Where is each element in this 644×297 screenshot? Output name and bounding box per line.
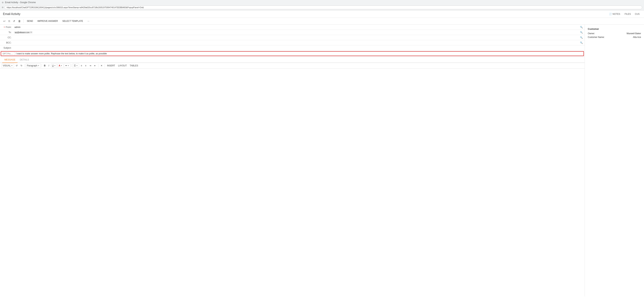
editor-redo-icon: ↻: [20, 64, 22, 67]
list-ul-icon: ≡: [81, 64, 82, 67]
italic-icon: I: [48, 64, 49, 67]
bcc-search-icon[interactable]: 🔍: [579, 41, 584, 44]
send-label: SEND: [27, 20, 33, 22]
from-row: • From: 🔍: [0, 24, 585, 30]
editor-toolbar: VISUAL ▼ ↺ ↻ Paragraph ▼ B: [0, 63, 585, 68]
files-tab-label: FILES: [624, 13, 631, 15]
list-ol-button[interactable]: ≡: [84, 64, 88, 68]
from-label-text: From:: [6, 26, 12, 28]
browser-icon: ⊙: [2, 1, 4, 4]
font-color-icon: A: [59, 64, 60, 67]
to-label-text: To:: [8, 31, 12, 34]
notes-tab[interactable]: 📄 NOTES: [607, 12, 622, 16]
visual-dropdown[interactable]: VISUAL ▼: [2, 64, 14, 68]
visual-label: VISUAL: [3, 64, 11, 67]
underline-chevron: ▼: [54, 65, 56, 66]
customer-name-value: Alta Ace: [608, 36, 641, 38]
url-bar[interactable]: https://localhost/ChatGPT23R2/(W(10041))…: [4, 6, 642, 9]
main-content: • From: 🔍 To: ap@altaace.con: [0, 24, 644, 296]
app-header: Email Activity 📄 NOTES FILES CUS: [0, 10, 644, 18]
cc-label-text: CC:: [8, 36, 12, 39]
indent-icon: ⇥: [89, 64, 91, 67]
layout-label: LAYOUT: [118, 64, 127, 67]
back-icon: ↩: [3, 20, 6, 22]
subject-label-text: Subject:: [4, 46, 12, 49]
cc-row: CC: 🔍: [0, 35, 585, 40]
bcc-label-text: BCC:: [6, 42, 12, 44]
subject-input[interactable]: [14, 46, 584, 50]
owner-label: Owner:: [588, 32, 608, 35]
subject-row: Subject:: [0, 45, 585, 50]
tables-button[interactable]: TABLES: [128, 64, 140, 68]
select-template-label: SELECT TEMPLATE: [62, 20, 83, 22]
outdent-button[interactable]: ⇤: [93, 64, 97, 68]
highlight-chevron: ▼: [68, 65, 69, 66]
undo-button[interactable]: ↺: [12, 19, 16, 23]
more-button[interactable]: ···: [86, 19, 91, 23]
underline-button[interactable]: U ▼: [51, 64, 57, 68]
to-row: To: ap@altaace.con ✕ 🔍: [0, 30, 585, 35]
cus-tab[interactable]: CUS: [634, 12, 641, 16]
cc-search-icon[interactable]: 🔍: [579, 36, 584, 39]
bcc-row: BCC: 🔍: [0, 40, 585, 45]
subject-input-wrap: [13, 46, 585, 50]
to-search-icon[interactable]: 🔍: [579, 31, 584, 34]
italic-button[interactable]: I: [47, 64, 50, 68]
align-icon: ☰: [74, 64, 76, 67]
editor-undo-icon: ↺: [16, 64, 18, 67]
cc-label: CC:: [0, 36, 13, 40]
sidebar: Customer Owner: Maxwell Baker Customer N…: [585, 24, 644, 296]
font-color-chevron: ▼: [61, 65, 62, 66]
list-ul-button[interactable]: ≡: [80, 64, 84, 68]
subject-label: Subject:: [0, 46, 13, 50]
paragraph-label: Paragraph: [27, 64, 37, 67]
files-tab[interactable]: FILES: [623, 12, 632, 16]
required-marker: •: [4, 26, 4, 28]
improve-answer-button[interactable]: IMPROVE ANSWER: [36, 19, 60, 23]
editor-content[interactable]: [0, 68, 585, 296]
browser-chrome: ⊙ Email Activity - Google Chrome ⟳ https…: [0, 0, 644, 10]
cus-tab-label: CUS: [635, 13, 640, 15]
bcc-input[interactable]: [14, 41, 579, 44]
font-color-button[interactable]: A ▼: [57, 64, 64, 68]
align-button[interactable]: ☰ ▼: [72, 64, 79, 68]
insert-button[interactable]: INSERT: [106, 64, 116, 68]
from-search-icon[interactable]: 🔍: [579, 26, 584, 29]
cc-input[interactable]: [14, 36, 579, 39]
layout-button[interactable]: LAYOUT: [117, 64, 128, 68]
browser-titlebar: ⊙ Email Activity - Google Chrome: [0, 0, 644, 5]
browser-addressbar: ⟳ https://localhost/ChatGPT23R2/(W(10041…: [0, 5, 644, 10]
select-template-button[interactable]: SELECT TEMPLATE: [60, 19, 85, 23]
from-input[interactable]: [14, 26, 579, 29]
details-tab[interactable]: DETAILS: [18, 57, 31, 63]
paragraph-dropdown[interactable]: Paragraph ▼: [26, 64, 41, 68]
message-tab[interactable]: MESSAGE: [2, 57, 18, 63]
sidebar-section-title: Customer: [588, 28, 641, 30]
send-button[interactable]: SEND: [25, 19, 35, 23]
bold-button[interactable]: B: [43, 64, 47, 68]
gpt-input[interactable]: [14, 52, 584, 56]
highlight-button[interactable]: ✒ ▼: [64, 64, 70, 68]
from-label: • From:: [0, 25, 13, 29]
more-icon: ···: [88, 20, 89, 22]
editor-sep4: [98, 64, 98, 67]
reload-icon[interactable]: ⟳: [2, 6, 4, 9]
to-label: To:: [0, 30, 13, 34]
page-title: Email Activity: [3, 12, 20, 16]
delete-button[interactable]: 🗑: [17, 19, 22, 23]
indent-button[interactable]: ⇥: [88, 64, 92, 68]
email-form: • From: 🔍 To: ap@altaace.con: [0, 24, 585, 296]
editor-undo-button[interactable]: ↺: [14, 64, 19, 68]
gpt-label: GPT Pro....: [1, 52, 14, 56]
to-email-close[interactable]: ✕: [30, 31, 32, 33]
outdent-icon: ⇤: [94, 64, 96, 67]
copy-button[interactable]: ⎘: [8, 19, 11, 23]
to-input-wrap: ap@altaace.con ✕ 🔍: [13, 30, 585, 34]
to-email-tag: ap@altaace.con ✕: [14, 31, 33, 34]
editor-redo-button[interactable]: ↻: [19, 64, 24, 68]
eraser-button[interactable]: ✕: [99, 64, 104, 68]
owner-value: Maxwell Baker: [608, 32, 641, 35]
back-button[interactable]: ↩: [2, 19, 7, 23]
to-input[interactable]: [34, 31, 579, 34]
customer-name-row: Customer Name: Alta Ace: [588, 36, 641, 38]
